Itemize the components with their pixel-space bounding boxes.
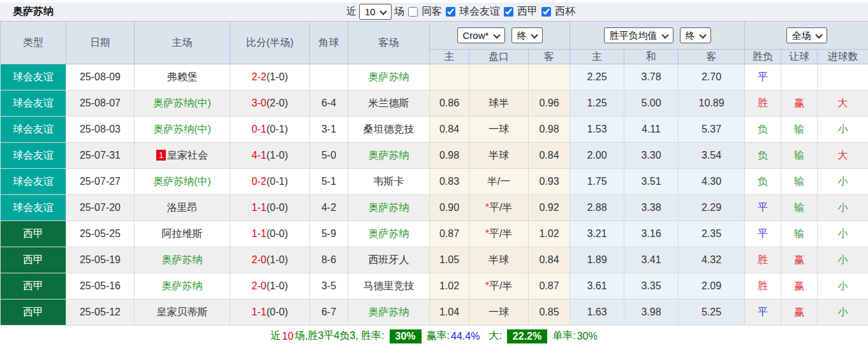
odds-home-cell: 3.21: [570, 221, 624, 247]
score-cell: 4-1(1-0): [230, 143, 310, 169]
table-row: 球会友谊25-08-03奥萨苏纳(中)0-1(0-1)3-1桑坦德竞技0.84一…: [1, 117, 868, 143]
score-cell: 2-0(1-0): [230, 273, 310, 299]
handicap-away-odds-cell: 1.02: [529, 221, 570, 247]
handicap-result-cell: 赢: [781, 273, 818, 299]
subheader-handicap-line: 盘口: [469, 50, 529, 64]
handicap-away-odds-cell: 0.98: [529, 117, 570, 143]
away-team-cell: 奥萨苏纳: [348, 64, 430, 90]
match-type-cell: 球会友谊: [1, 169, 66, 195]
match-date-cell: 25-05-19: [66, 247, 135, 273]
handicap-home-odds-cell: [430, 64, 469, 90]
corner-cell: 5-9: [310, 221, 348, 247]
score-cell: 2-2(1-0): [230, 64, 310, 90]
corner-cell: 6-4: [310, 90, 348, 117]
away-team-cell: 西班牙人: [348, 247, 430, 273]
table-row: 球会友谊25-07-311皇家社会4-1(1-0)5-0奥萨苏纳0.98半球0.…: [1, 143, 868, 169]
table-row: 球会友谊25-08-09弗赖堡2-2(1-0)奥萨苏纳2.253.782.70平: [1, 64, 868, 90]
handicap-away-odds-cell: 0.93: [529, 169, 570, 195]
handicap-result-cell: 输: [781, 195, 818, 221]
odds-draw-cell: 3.51: [624, 169, 679, 195]
handicap-line-cell: *平/半: [469, 221, 529, 247]
col-header-corner: 角球: [310, 22, 348, 64]
handicap-away-odds-cell: 0.84: [529, 247, 570, 273]
odds-away-cell: 2.35: [679, 221, 745, 247]
handicap-result-cell: [781, 64, 818, 90]
handicap-home-odds-cell: 0.90: [430, 195, 469, 221]
col-header-type: 类型: [1, 22, 66, 64]
handicap-home-odds-cell: 1.04: [430, 299, 469, 326]
handicap-result-cell: 赢: [781, 247, 818, 273]
away-team-cell: 韦斯卡: [348, 169, 430, 195]
match-type-cell: 球会友谊: [1, 143, 66, 169]
score-cell: 1-1(0-0): [230, 195, 310, 221]
handicap-away-odds-cell: 0.87: [529, 273, 570, 299]
single-label: 单率:: [552, 329, 575, 343]
odds-away-cell: 5.25: [679, 299, 745, 326]
goals-result-cell: 大: [818, 90, 868, 117]
away-team-cell: 奥萨苏纳: [348, 143, 430, 169]
home-team-cell: 1皇家社会: [135, 143, 230, 169]
handicap-final-select-wrap: 终: [511, 27, 543, 43]
odds-away-cell: 2.70: [679, 64, 745, 90]
odds-final-select[interactable]: 终: [680, 27, 711, 43]
odds-home-cell: 3.61: [570, 273, 624, 299]
goals-result-cell: 小: [818, 247, 868, 273]
same-opponent-checkbox[interactable]: [408, 7, 418, 17]
fulltime-select[interactable]: 全场: [786, 27, 827, 43]
odds-draw-cell: 4.11: [624, 117, 679, 143]
handicap-line-cell: 一球: [469, 117, 529, 143]
odds-type-select[interactable]: 胜平负均值: [604, 27, 673, 43]
result-cell: 平: [745, 64, 781, 90]
handicap-company-select[interactable]: Crow*: [457, 27, 505, 43]
match-type-cell: 西甲: [1, 273, 66, 299]
handicap-home-odds-cell: 1.05: [430, 247, 469, 273]
filter-friendly-checkbox[interactable]: [446, 7, 455, 17]
summary-recent-prefix: 近: [270, 329, 281, 343]
handicap-result-cell: 赢: [781, 299, 818, 326]
handicap-home-odds-cell: 0.98: [430, 143, 469, 169]
topbar: 奥萨苏纳 近 10 场 同客 球会友谊 西甲 西杯: [0, 0, 868, 21]
match-date-cell: 25-05-12: [66, 299, 135, 326]
subheader-odds-away: 客: [679, 50, 745, 64]
result-cell: 负: [745, 169, 781, 195]
games-label: 场: [394, 5, 404, 18]
odds-draw-cell: 5.00: [624, 90, 679, 117]
goals-result-cell: 大: [818, 143, 868, 169]
goals-result-cell: 小: [818, 221, 868, 247]
odds-draw-cell: 3.41: [624, 247, 679, 273]
handicap-result-cell: 输: [781, 143, 818, 169]
score-cell: 1-1(0-0): [230, 221, 310, 247]
handicap-home-odds-cell: 0.86: [430, 90, 469, 117]
score-cell: 0-1(0-1): [230, 117, 310, 143]
filter-laliga-checkbox[interactable]: [504, 7, 513, 17]
recent-count-select[interactable]: 10: [359, 4, 392, 20]
filter-laliga-label: 西甲: [517, 5, 538, 18]
handicap-final-select[interactable]: 终: [511, 27, 543, 43]
odds-home-cell: 2.88: [570, 195, 624, 221]
odds-draw-cell: 3.30: [624, 143, 679, 169]
home-team-cell: 奥萨苏纳: [135, 273, 230, 299]
col-header-home: 主场: [135, 22, 230, 64]
corner-cell: 5-0: [310, 143, 348, 169]
match-type-cell: 西甲: [1, 247, 66, 273]
recent-count-select-wrap: 10: [359, 4, 392, 20]
filter-cup-checkbox[interactable]: [541, 7, 551, 17]
col-header-score: 比分(半场): [230, 22, 310, 64]
away-team-cell: 米兰德斯: [348, 90, 430, 117]
match-date-cell: 25-08-07: [66, 90, 135, 117]
match-date-cell: 25-05-25: [66, 221, 135, 247]
table-row: 西甲25-05-25阿拉维斯1-1(0-0)5-9奥萨苏纳0.87*平/半1.0…: [1, 221, 868, 247]
handicap-home-odds-cell: 0.87: [430, 221, 469, 247]
win-odds-value: 44.4%: [451, 331, 480, 342]
odds-away-cell: 3.54: [679, 143, 745, 169]
home-team-cell: 皇家贝蒂斯: [135, 299, 230, 326]
matches-table: 类型 日期 主场 比分(半场) 角球 客场 Crow*: [0, 21, 868, 326]
odds-draw-cell: 3.98: [624, 299, 679, 326]
home-team-cell: 阿拉维斯: [135, 221, 230, 247]
col-header-away: 客场: [348, 22, 430, 64]
home-team-cell: 洛里昂: [135, 195, 230, 221]
fulltime-select-wrap: 全场: [786, 27, 827, 43]
summary-recent-count: 10: [282, 331, 293, 342]
match-date-cell: 25-05-16: [66, 273, 135, 299]
odds-final-select-wrap: 终: [680, 27, 711, 43]
